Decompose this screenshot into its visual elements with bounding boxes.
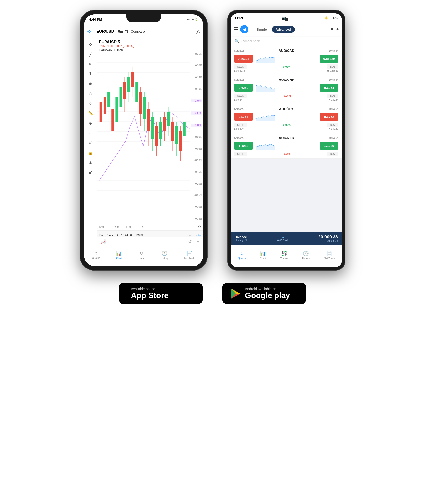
quotes-icon: ↕ — [95, 250, 97, 256]
sell-audchf[interactable]: 0.6259 — [234, 84, 253, 92]
sell-audnzd[interactable]: 1.1084 — [234, 142, 253, 150]
chevron-up-icon[interactable]: ▲ — [281, 235, 285, 239]
chart-refresh-icon[interactable]: ↺ — [188, 239, 192, 244]
android-tab-history[interactable]: 🕐 History — [302, 251, 310, 260]
settings-icon[interactable]: ⚙ — [198, 225, 201, 229]
log-btn[interactable]: log — [189, 234, 193, 236]
svg-rect-21 — [111, 109, 114, 131]
toolbar-node[interactable]: ⊕ — [86, 79, 95, 88]
phones-row: 4:44 PM ▪▪▪ ≋ 🔋 ⊹ EUR/USD 5m ⇅ Compare 𝑓… — [0, 10, 425, 271]
svg-marker-60 — [256, 115, 275, 121]
dots-audchf[interactable]: ⋮ — [336, 87, 340, 92]
y-label-14: -0.30% — [191, 205, 202, 208]
toolbar-trash[interactable]: 🗑 — [86, 168, 95, 177]
buy-audnzd[interactable]: 1.1089 — [320, 142, 338, 150]
high-audcad: H 0.86529 — [327, 69, 338, 72]
android-tab-quotes[interactable]: ↕ Quotes — [238, 251, 246, 260]
toolbar-zoom[interactable]: ⊕ — [86, 119, 95, 127]
toolbar-edit[interactable]: ✐ — [86, 138, 95, 147]
spread-audchf: Spread:5 — [234, 79, 244, 81]
svg-rect-55 — [179, 131, 182, 151]
time-label-3: 14:00 — [126, 226, 132, 228]
tab-quotes[interactable]: ↕ Quotes — [92, 250, 100, 259]
y-label-6: 0.05% — [191, 111, 202, 115]
sell-audcad[interactable]: 0.86324 — [234, 55, 253, 63]
change-audcad: 0.07% — [283, 65, 291, 68]
buy-audcad[interactable]: 0.86329 — [320, 55, 338, 63]
android-tabbar: ↕ Quotes 📊 Chart 💱 Trades 🕐 History — [231, 245, 342, 267]
chart-timeframe[interactable]: 5m — [118, 30, 123, 33]
chart-fx-icon[interactable]: 𝑓ₓ — [197, 29, 200, 34]
buy-audchf[interactable]: 0.6264 — [320, 84, 338, 92]
svg-rect-45 — [159, 122, 162, 139]
chart-compare-label[interactable]: Compare — [131, 30, 145, 33]
change-audjpy: 0.02% — [283, 123, 291, 126]
auto-btn[interactable]: auto — [196, 234, 201, 236]
history-icon: 🕐 — [161, 250, 167, 256]
android-chart-icon: 📊 — [260, 251, 266, 256]
android-trades-icon: 💱 — [281, 251, 287, 256]
toolbar-line[interactable]: ╱ — [86, 50, 95, 59]
svg-rect-29 — [127, 77, 130, 92]
toolbar-pencil[interactable]: ✏ — [86, 60, 95, 68]
toolbar-text[interactable]: T — [86, 69, 95, 78]
chart-time: 16:44:50 (UTC+3) — [121, 234, 143, 236]
dots-audnzd[interactable]: ⋮ — [336, 143, 340, 149]
svg-marker-59 — [256, 85, 275, 92]
svg-rect-51 — [171, 122, 174, 141]
toolbar-lock[interactable]: 🔒 — [86, 148, 95, 157]
svg-rect-41 — [151, 117, 154, 139]
tab-advanced[interactable]: Advanced — [272, 26, 295, 33]
chart-header: ⊹ EUR/USD 5m ⇅ Compare 𝑓ₓ — [84, 25, 203, 38]
dots-audjpy[interactable]: ⋮ — [336, 116, 340, 121]
apple-store-btn[interactable]: Available on the App Store — [119, 283, 203, 304]
tab-history[interactable]: 🕐 History — [161, 250, 168, 260]
date-range-btn[interactable]: Date Range — [99, 234, 114, 236]
toolbar-crosshair[interactable]: ✛ — [86, 40, 95, 49]
android-quotes-label: Quotes — [238, 257, 246, 260]
hamburger-icon[interactable]: ☰ — [234, 26, 238, 32]
chart-mini-toolbar: 📈 ↺ » — [97, 237, 203, 246]
chart-compare-icon[interactable]: ⇅ — [125, 29, 129, 34]
chart-forward-icon[interactable]: » — [197, 239, 199, 244]
tab-chart[interactable]: 📊 Chart — [116, 250, 122, 260]
android-tab-chart[interactable]: 📊 Chart — [260, 251, 266, 260]
tab-trade[interactable]: ↻ Trade — [138, 250, 145, 260]
google-play-btn[interactable]: Android Available on Google play — [222, 283, 306, 304]
toolbar-shapes[interactable]: ⬡ — [86, 89, 95, 98]
trade-icon: ↻ — [139, 250, 144, 256]
svg-rect-37 — [143, 97, 146, 119]
tab-simple[interactable]: Simple — [252, 26, 271, 33]
android-tab-nettrade[interactable]: 📄 Net Trade — [324, 251, 335, 260]
chart-menu-icon[interactable]: ⊹ — [87, 28, 94, 35]
tab-quotes-label: Quotes — [92, 257, 100, 259]
svg-rect-17 — [104, 97, 106, 114]
android-quotes-icon: ↕ — [241, 251, 243, 256]
android-tab-trades[interactable]: 💱 Trades — [280, 251, 288, 260]
toolbar-eye[interactable]: ◉ — [86, 158, 95, 167]
back-arrow-icon: ◀ — [243, 27, 246, 32]
android-nettrade-label: Net Trade — [324, 257, 335, 260]
buy-audjpy[interactable]: 93.762 — [320, 113, 338, 121]
toolbar-magnet[interactable]: ∩ — [86, 128, 95, 137]
dots-audcad[interactable]: ⋮ — [336, 58, 340, 63]
apple-store-small: Available on the — [131, 287, 168, 291]
time-label-4: 15:0 — [139, 226, 144, 228]
y-label-11: -0.15% — [191, 171, 202, 173]
filter-icon[interactable]: ≡ — [331, 27, 334, 32]
sell-label-audcad: SELL — [234, 64, 247, 69]
svg-rect-47 — [163, 117, 166, 131]
svg-rect-33 — [135, 82, 138, 102]
add-icon[interactable]: + — [336, 27, 339, 32]
sell-audjpy[interactable]: 93.757 — [234, 113, 253, 121]
y-label-12: -0.20% — [191, 182, 202, 185]
toolbar-ruler[interactable]: 📏 — [86, 109, 95, 118]
android-search[interactable]: 🔍 Symbol name — [231, 36, 342, 46]
y-label-15: -0.35% — [191, 217, 202, 220]
svg-rect-25 — [120, 87, 122, 107]
toolbar-smile[interactable]: ☺ — [86, 99, 95, 108]
tab-nettrade[interactable]: 📄 Net Trade — [184, 250, 195, 260]
chart-mini-icon[interactable]: 📈 — [101, 239, 106, 244]
svg-rect-23 — [115, 97, 118, 122]
back-button[interactable]: ◀ — [240, 25, 248, 33]
